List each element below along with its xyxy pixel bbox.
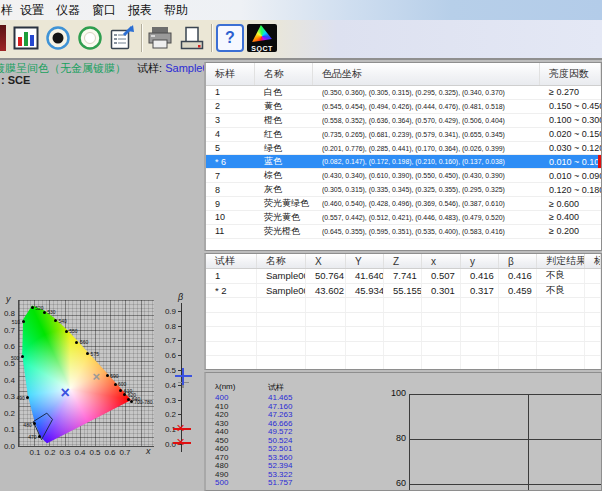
locus-dot <box>38 435 41 438</box>
spectral-gridline-60 <box>409 484 602 485</box>
beta-tick-mark <box>178 414 182 415</box>
beta-tick-mark <box>178 311 182 312</box>
standard-coordinates: (0.460, 0.540), (0.428, 0.496), (0.369, … <box>313 199 540 208</box>
standard-id: 11 <box>206 226 255 236</box>
help-button[interactable]: ? <box>216 24 244 52</box>
samples-header-8[interactable]: β <box>499 254 537 268</box>
standard-name: 橙色 <box>255 114 313 127</box>
table-row[interactable]: 7棕色(0.430, 0.340), (0.610, 0.390), (0.55… <box>206 169 601 183</box>
samples-header-7[interactable]: y <box>461 254 499 268</box>
empty-cell <box>306 327 346 341</box>
table-row[interactable]: 3橙色(0.558, 0.352), (0.636, 0.364), (0.57… <box>206 114 601 128</box>
sqct-logo-text: SQCT <box>247 45 277 52</box>
menu-item-4[interactable]: 窗口 <box>91 1 127 20</box>
standard-coordinates: (0.557, 0.442), (0.512, 0.421), (0.446, … <box>313 213 540 222</box>
empty-cell <box>537 342 585 356</box>
samples-header-4[interactable]: Y <box>346 254 384 268</box>
spectral-y-tick: 100 <box>382 388 406 398</box>
table-row[interactable]: 1Sample00150.76441.6407.7410.5070.4160.4… <box>206 269 601 284</box>
empty-cell <box>257 298 306 312</box>
sample-cell: 不良 <box>537 284 585 298</box>
empty-cell <box>585 298 601 312</box>
sample-cell: 0.416 <box>461 269 499 283</box>
standard-id: 8 <box>206 185 255 195</box>
table-row[interactable]: 11荧光橙色(0.645, 0.355), (0.595, 0.351), (0… <box>206 225 601 239</box>
table-row[interactable]: * 2Sample00243.60245.93455.1550.3010.317… <box>206 284 601 299</box>
standards-header-1[interactable]: 标样 <box>206 63 255 85</box>
table-row-empty <box>206 313 601 328</box>
x-axis-tick: 0.5 <box>87 448 103 457</box>
locus-label-540: 540 <box>58 318 66 324</box>
chart-button[interactable] <box>12 24 40 52</box>
sqct-logo-button[interactable]: SQCT <box>247 24 277 52</box>
sample-cell: 45.934 <box>346 284 384 298</box>
measure-sample-button[interactable] <box>44 24 72 52</box>
toolbar-separator <box>141 24 142 52</box>
menu-item-5[interactable]: 报表 <box>127 1 163 20</box>
standards-header-4[interactable]: 亮度因数 <box>540 63 601 85</box>
standard-id: 5 <box>206 143 255 153</box>
table-row[interactable]: 1白色(0.350, 0.360), (0.305, 0.315), (0.29… <box>206 86 601 100</box>
standards-header-3[interactable]: 色品坐标 <box>313 63 540 85</box>
sqct-color-qc-window: 样设置仪器窗口报表帮助 <box>0 0 602 491</box>
table-row[interactable]: 8灰色(0.305, 0.315), (0.335, 0.345), (0.32… <box>206 183 601 197</box>
sample-cell: 0.507 <box>422 269 461 283</box>
measure-standard-button[interactable] <box>76 24 104 52</box>
locus-label-590: 590 <box>110 373 118 379</box>
y-axis-tick: 0.8 <box>0 309 15 318</box>
print-button[interactable] <box>146 24 174 52</box>
reflectance-value: 51.757 <box>268 478 292 487</box>
report-button[interactable] <box>108 24 136 52</box>
samples-header-3[interactable]: X <box>306 254 346 268</box>
menu-item-3[interactable]: 仪器 <box>55 1 91 20</box>
samples-header-2[interactable]: 名称 <box>257 254 306 268</box>
empty-cell <box>422 356 461 370</box>
table-row[interactable]: 5绿色(0.201, 0.776), (0.285, 0.441), (0.17… <box>206 142 601 156</box>
y-axis-tick: 0.7 <box>0 326 15 335</box>
table-row[interactable]: 9荧光黄绿色(0.460, 0.540), (0.428, 0.496), (0… <box>206 197 601 211</box>
locus-dot <box>22 320 25 323</box>
spectral-gridline-vertical <box>528 394 529 491</box>
menu-item-6[interactable]: 帮助 <box>163 1 199 20</box>
locus-dot <box>114 383 117 386</box>
standard-name: 荧光橙色 <box>255 225 313 238</box>
sample-cell <box>585 284 601 298</box>
standard-id: 3 <box>206 115 255 125</box>
beta-limit-high-marker: ✕ <box>173 422 191 436</box>
beta-tick-mark <box>178 400 182 401</box>
y-axis-tick: 0.3 <box>0 392 15 401</box>
menu-item-1[interactable]: 样 <box>0 1 19 20</box>
samples-header-5[interactable]: Z <box>384 254 422 268</box>
beta-tick-label: 0.7 <box>158 336 176 345</box>
table-row[interactable]: 2黄色(0.545, 0.454), (0.494, 0.426), (0.44… <box>206 100 601 114</box>
sample-cell: 0.317 <box>461 284 499 298</box>
samples-header-1[interactable]: 试样 <box>206 254 257 268</box>
empty-cell <box>499 313 537 327</box>
table-row[interactable]: 10荧光黄色(0.557, 0.442), (0.512, 0.421), (0… <box>206 211 601 225</box>
standard-coordinates: (0.305, 0.315), (0.335, 0.345), (0.325, … <box>313 185 540 194</box>
locus-dot <box>65 330 68 333</box>
sample-cell: * 2 <box>206 284 257 298</box>
standard-luminance-factor: 0.010 ~ 0.090 <box>540 171 601 181</box>
print-out-button[interactable] <box>178 24 206 52</box>
samples-header-9[interactable]: 判定结果 <box>537 254 585 268</box>
locus-label-470: 470 <box>18 434 37 440</box>
sample-cell: 7.741 <box>384 269 422 283</box>
standards-header-2[interactable]: 名称 <box>255 63 313 85</box>
empty-cell <box>422 342 461 356</box>
table-row-selected[interactable]: * 6蓝色(0.082, 0.147), (0.172, 0.198), (0.… <box>206 155 601 169</box>
standard-name: 黄色 <box>255 100 313 113</box>
standard-coordinates: (0.558, 0.352), (0.636, 0.364), (0.570, … <box>313 116 540 125</box>
samples-header-6[interactable]: x <box>422 254 461 268</box>
beta-limit-low-marker: ✕ <box>173 436 191 450</box>
samples-header-10[interactable]: 标样 <box>585 254 601 268</box>
spectral-gridline-100 <box>409 394 602 395</box>
locus-label-510: 510 <box>1 319 20 325</box>
standard-name: 蓝色 <box>255 155 313 168</box>
y-axis-letter: y <box>6 294 11 304</box>
empty-cell <box>537 298 585 312</box>
empty-cell <box>257 327 306 341</box>
table-row[interactable]: 4红色(0.735, 0.265), (0.681, 0.239), (0.57… <box>206 128 601 142</box>
clipped-icon[interactable] <box>0 25 6 51</box>
menu-item-2[interactable]: 设置 <box>19 1 55 20</box>
